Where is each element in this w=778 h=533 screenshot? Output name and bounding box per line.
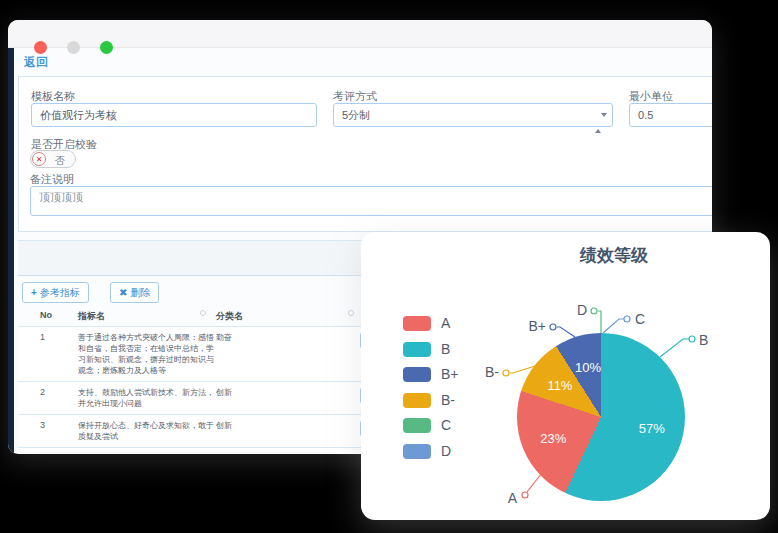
pie-data-label: 57% <box>639 421 665 436</box>
toggle-state-label: 否 <box>55 154 65 168</box>
svg-text:B+: B+ <box>528 318 546 334</box>
remark-textarea[interactable]: 顶顶顶顶 <box>30 186 712 216</box>
row-number: 1 <box>40 332 45 342</box>
sort-icon[interactable] <box>200 310 206 316</box>
close-window-button[interactable] <box>34 41 47 54</box>
svg-text:B-: B- <box>485 364 499 380</box>
category-name: 勤奋 <box>216 332 232 343</box>
legend-swatch-icon <box>403 367 431 382</box>
category-name: 创新 <box>216 387 232 398</box>
indicator-name: 善于通过各种方式突破个人局限：感悟和自省，自我否定；在错误中总结，学习新知识、新… <box>78 327 218 381</box>
legend-label: B+ <box>441 367 459 382</box>
validation-toggle[interactable]: ✕ 否 <box>30 150 76 168</box>
select-stepper-icon <box>595 112 603 134</box>
x-icon: ✖ <box>119 287 127 298</box>
svg-text:B: B <box>699 332 708 348</box>
chart-title: 绩效等级 <box>514 244 714 267</box>
category-name: 创新 <box>216 420 232 431</box>
maximize-window-button[interactable] <box>100 41 113 54</box>
legend-label: C <box>441 418 451 433</box>
remark-label: 备注说明 <box>30 172 74 187</box>
pie-data-label: 11% <box>547 378 572 393</box>
callout-b-plus: B+ <box>528 318 575 337</box>
minimize-window-button[interactable] <box>67 41 80 54</box>
plus-icon: + <box>31 287 37 298</box>
pie-data-label: 10% <box>575 359 601 374</box>
min-unit-label: 最小单位 <box>629 89 673 104</box>
indicator-name: 保持开放心态、好奇心及求知欲，敢于质疑及尝试 <box>78 415 218 447</box>
col-indicator: 指标名 <box>78 310 105 323</box>
chart-card: 绩效等级 ABB+B-CD D C B B+ <box>361 232 770 520</box>
col-category: 分类名 <box>216 310 243 323</box>
row-number: 3 <box>40 420 45 430</box>
indicator-name: 善于将经过实践检验的创新思路和方法文字化、制度化，纳入日常工作流程 <box>78 448 218 454</box>
col-no: No <box>40 310 52 320</box>
svg-text:D: D <box>577 302 587 318</box>
eval-method-select[interactable]: 5分制 <box>333 103 613 127</box>
category-name: 创新 <box>216 453 232 454</box>
add-indicator-button[interactable]: +参考指标 <box>22 282 89 303</box>
indicator-name: 支持、鼓励他人尝试新技术、新方法，并允许出现小问题 <box>78 382 218 414</box>
sidebar-sliver <box>8 48 14 454</box>
delete-button[interactable]: ✖删除 <box>110 282 159 303</box>
legend-label: B <box>441 342 450 357</box>
legend-label: A <box>441 316 450 331</box>
template-name-input[interactable]: 价值观行为考核 <box>31 103 317 127</box>
legend-swatch-icon <box>403 393 431 408</box>
svg-text:A: A <box>508 490 518 506</box>
callout-b: B <box>660 332 708 357</box>
row-number: 4 <box>40 453 45 454</box>
toggle-off-icon: ✕ <box>32 152 46 166</box>
row-number: 2 <box>40 387 45 397</box>
callout-c: C <box>603 311 645 333</box>
eval-method-label: 考评方式 <box>333 89 377 104</box>
sort-icon[interactable] <box>348 310 354 316</box>
eval-method-value: 5分制 <box>342 109 370 121</box>
callout-d: D <box>577 302 601 333</box>
svg-text:C: C <box>635 311 645 327</box>
legend-swatch-icon <box>403 418 431 433</box>
legend-swatch-icon <box>403 444 431 459</box>
legend-label: D <box>441 444 451 459</box>
legend-swatch-icon <box>403 342 431 357</box>
legend-label: B- <box>441 393 455 408</box>
pie-data-label: 23% <box>540 430 566 445</box>
back-link[interactable]: 返回 <box>24 54 48 71</box>
window-titlebar <box>8 20 712 48</box>
legend-swatch-icon <box>403 316 431 331</box>
template-name-label: 模板名称 <box>31 89 75 104</box>
screenshot-stage: 返回 模板名称 价值观行为考核 考评方式 5分制 最小单位 0.5 是否开启校验… <box>0 0 778 533</box>
min-unit-input[interactable]: 0.5 <box>629 103 712 127</box>
